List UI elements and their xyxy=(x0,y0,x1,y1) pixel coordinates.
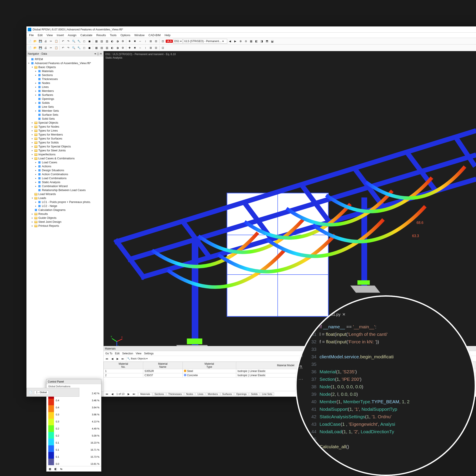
menu-window[interactable]: Window xyxy=(133,33,146,37)
tree-view[interactable]: RFEM▾Advanced Features of Assemblies_Vie… xyxy=(26,56,103,391)
dock-tab-members[interactable]: Members xyxy=(206,392,220,396)
menu-cad-bim[interactable]: CAD-BIM xyxy=(147,33,162,37)
tree-node[interactable]: ▸Design Situations xyxy=(26,168,103,172)
tb-btn-13[interactable]: ▤ xyxy=(99,45,104,50)
tb-btn-20[interactable]: ↔ xyxy=(138,39,143,44)
tree-node[interactable]: ▸Results xyxy=(26,212,103,216)
tb-btn-2[interactable]: 💾 xyxy=(38,39,43,44)
nav-first-icon[interactable]: ⏮ xyxy=(104,356,109,361)
legend-opt2-icon[interactable]: ◧ xyxy=(53,467,58,471)
tree-node[interactable]: ▸Actions xyxy=(26,164,103,168)
tree-node[interactable]: ▸Solids xyxy=(26,101,103,105)
tree-node[interactable]: ▸Lines xyxy=(26,85,103,89)
tb-btn-19[interactable]: ✖ xyxy=(133,45,137,50)
dock-tab-surfaces[interactable]: Surfaces xyxy=(220,392,234,396)
tree-node[interactable]: ▸Special Objects xyxy=(26,121,103,125)
tb-btn-8[interactable]: 🔍 xyxy=(71,39,76,44)
menu-view[interactable]: View xyxy=(45,33,54,37)
tb-btn-8[interactable]: 🔍 xyxy=(71,45,76,50)
tree-node[interactable]: ▸LC1 - Poids propre + Panneaux photo. xyxy=(26,200,103,204)
dock-tab-thicknesses[interactable]: Thicknesses xyxy=(166,392,184,396)
tree-node[interactable]: ▸Printout Reports xyxy=(26,224,103,228)
tb-btn-15[interactable]: ◐ xyxy=(110,39,115,44)
tree-node[interactable]: Line Sets xyxy=(26,105,103,109)
tree-node[interactable]: Relationship Between Load Cases xyxy=(26,188,103,192)
tb-btn-5[interactable]: 📋 xyxy=(54,39,59,44)
tree-node[interactable]: ▸Action Combinations xyxy=(26,172,103,176)
tree-node[interactable]: ▸Load Combinations xyxy=(26,176,103,180)
tree-node[interactable]: Surface Sets xyxy=(26,113,103,117)
tree-node[interactable]: Load Wizards xyxy=(26,192,103,196)
tb-btn-4[interactable]: ✂ xyxy=(49,39,53,44)
tb-btn-10[interactable]: ◻ xyxy=(82,39,87,44)
tb-btn-22[interactable]: ⊞ xyxy=(148,45,153,50)
tb-btn-1[interactable]: 📂 xyxy=(33,39,37,44)
nav-next-icon[interactable]: ▶ xyxy=(115,356,120,361)
tb-btn-17[interactable]: ⚙ xyxy=(120,39,125,44)
more-icon[interactable]: ⋯ xyxy=(298,376,303,382)
tree-node[interactable]: ▸Types for Steel Joints xyxy=(26,149,103,153)
tree-node[interactable]: ▾Basic Objects xyxy=(26,65,103,69)
tab-icon[interactable]: 📄 xyxy=(28,390,33,395)
tb-btn-22[interactable]: ⊞ xyxy=(148,39,153,44)
dock-tab-lines[interactable]: Lines xyxy=(195,392,205,396)
tb-btn-9[interactable]: 🔧 xyxy=(76,39,81,44)
tb-btn-4[interactable]: ✂ xyxy=(49,45,53,50)
tb-btn-18[interactable]: ✚ xyxy=(127,45,132,50)
tree-node[interactable]: ▸Static Analysis xyxy=(26,180,103,184)
tree-node[interactable]: ▸Nodes xyxy=(26,81,103,85)
tb-btn-13[interactable]: ▤ xyxy=(99,39,104,44)
tb-btn-24[interactable]: ⊡ xyxy=(160,39,165,44)
tb-btn-20[interactable]: ↔ xyxy=(138,45,143,50)
tb-btn-16[interactable]: ◑ xyxy=(115,45,120,50)
menu-tools[interactable]: Tools xyxy=(108,33,118,37)
legend-opt3-icon[interactable]: ⇆ xyxy=(59,467,64,471)
tree-node[interactable]: ▸Member Sets xyxy=(26,109,103,113)
tb-btn-10[interactable]: ◻ xyxy=(82,45,87,50)
dock-tab-openings[interactable]: Openings xyxy=(234,392,249,396)
tree-node[interactable]: ▸Types for Members xyxy=(26,133,103,137)
legend-opt1-icon[interactable]: ▦ xyxy=(47,467,52,471)
menu-file[interactable]: File xyxy=(27,33,35,37)
dock-tab-line-sets[interactable]: Line Sets xyxy=(260,392,274,396)
tb-btn-0[interactable]: 📄 xyxy=(27,39,32,44)
tree-node[interactable]: ▸Steel Joint Design xyxy=(26,220,103,224)
tb-btn-11[interactable]: ◼ xyxy=(87,39,92,44)
tb-btn-3[interactable]: 🖨 xyxy=(43,45,48,50)
tree-node[interactable]: ▸Combination Wizard xyxy=(26,184,103,188)
tb-btn-1[interactable]: 📂 xyxy=(33,45,37,50)
panel-controls[interactable]: ▾ ▢ ✕ xyxy=(95,52,102,55)
tb-btn-11[interactable]: ◼ xyxy=(87,45,92,50)
tree-node[interactable]: ▸Materials xyxy=(26,69,103,73)
tree-node[interactable]: ▸Sections xyxy=(26,73,103,77)
tb-btn-23[interactable]: ⊟ xyxy=(153,39,158,44)
menu-options[interactable]: Options xyxy=(119,33,132,37)
menu-assign[interactable]: Assign xyxy=(66,33,78,37)
tb-btn-14[interactable]: ▥ xyxy=(104,39,109,44)
tree-node[interactable]: ▸Surfaces xyxy=(26,93,103,97)
dock-tab-nodes[interactable]: Nodes xyxy=(184,392,195,396)
dock-menu-selection[interactable]: Selection xyxy=(122,352,133,355)
testing-icon[interactable]: ⚗ xyxy=(298,364,303,370)
menu-help[interactable]: Help xyxy=(163,33,172,37)
tb-btn-7[interactable]: ↷ xyxy=(66,39,71,44)
dock-tab-sections[interactable]: Sections xyxy=(153,392,166,396)
dock-tab-materials[interactable]: Materials xyxy=(138,392,152,396)
close-icon[interactable]: ✕ xyxy=(342,312,345,317)
tb-btn-6[interactable]: ↶ xyxy=(61,45,66,50)
tb-btn-3[interactable]: 🖨 xyxy=(43,39,48,44)
tb-btn-17[interactable]: ⚙ xyxy=(120,45,125,50)
dock-menu-view[interactable]: View xyxy=(136,352,141,355)
tb-btn-15[interactable]: ◐ xyxy=(110,45,115,50)
tree-node[interactable]: ▸LC2 - Neige xyxy=(26,204,103,208)
tree-node[interactable]: ▸Imperfections xyxy=(26,153,103,156)
tree-node[interactable]: Calculation Diagrams xyxy=(26,208,103,212)
tb-btn-24[interactable]: ⊡ xyxy=(160,45,165,50)
tb-btn-12[interactable]: ▦ xyxy=(94,45,99,50)
tb-btn-5[interactable]: 📋 xyxy=(54,45,59,50)
tree-node[interactable]: ▸Types for Solids xyxy=(26,141,103,145)
situation-combo[interactable]: ULS (STR/GEO) - Permanent… ▾ xyxy=(183,39,227,44)
nav-prev-icon[interactable]: ◀ xyxy=(110,356,115,361)
tb-btn-7[interactable]: ↷ xyxy=(66,45,71,50)
tb-btn-6[interactable]: ↶ xyxy=(61,39,66,44)
